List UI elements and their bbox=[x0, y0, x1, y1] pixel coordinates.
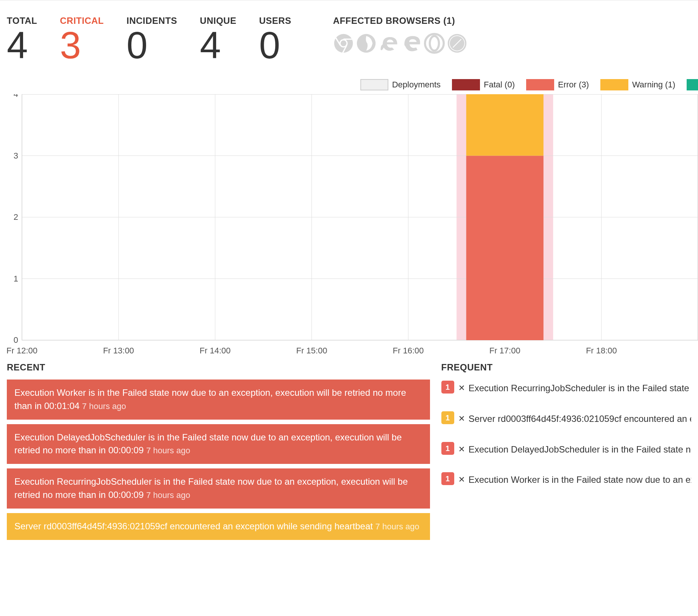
frequent-item[interactable]: 1× Execution Worker is in the Failed sta… bbox=[441, 471, 691, 488]
legend-label: Warning (1) bbox=[632, 80, 675, 90]
frequent-item[interactable]: 1× Server rd0003ff64d45f:4936:021059cf e… bbox=[441, 410, 691, 427]
recent-item-text: Execution RecurringJobScheduler is in th… bbox=[14, 476, 408, 500]
swatch-icon bbox=[687, 79, 698, 90]
lists-section: RECENT Execution Worker is in the Failed… bbox=[0, 355, 698, 551]
bar-chart[interactable]: 01234Fr 12:00Fr 13:00Fr 14:00Fr 15:00Fr … bbox=[7, 94, 698, 340]
svg-text:1: 1 bbox=[14, 274, 18, 283]
count-badge: 1 bbox=[441, 472, 454, 485]
swatch-icon bbox=[526, 79, 554, 90]
frequent-item-text: × Execution Worker is in the Failed stat… bbox=[458, 471, 691, 488]
affected-browsers: AFFECTED BROWSERS (1) bbox=[333, 16, 467, 54]
firefox-icon[interactable] bbox=[356, 33, 377, 54]
count-badge: 1 bbox=[441, 442, 454, 455]
svg-text:Fr 14:00: Fr 14:00 bbox=[199, 346, 231, 355]
times-icon: × bbox=[459, 443, 468, 455]
metric-incidents[interactable]: INCIDENTS 0 bbox=[126, 16, 177, 64]
recent-item-text: Execution DelayedJobScheduler is in the … bbox=[14, 432, 402, 456]
frequent-item-text: × Execution DelayedJobScheduler is in th… bbox=[458, 441, 691, 458]
svg-text:3: 3 bbox=[14, 151, 18, 160]
frequent-item[interactable]: 1× Execution DelayedJobScheduler is in t… bbox=[441, 441, 691, 458]
metric-value: 0 bbox=[126, 26, 177, 64]
svg-text:Fr 18:00: Fr 18:00 bbox=[586, 346, 617, 355]
recent-item-ago: 7 hours ago bbox=[146, 446, 190, 455]
legend-fatal[interactable]: Fatal (0) bbox=[452, 79, 515, 90]
svg-text:Fr 12:00: Fr 12:00 bbox=[7, 346, 37, 355]
recent-item-ago: 7 hours ago bbox=[146, 490, 190, 500]
frequent-item-text: × Server rd0003ff64d45f:4936:021059cf en… bbox=[458, 410, 691, 427]
recent-item[interactable]: Execution Worker is in the Failed state … bbox=[7, 380, 430, 420]
times-icon: × bbox=[459, 412, 468, 424]
legend-deployments[interactable]: Deployments bbox=[360, 79, 441, 90]
legend-error[interactable]: Error (3) bbox=[526, 79, 589, 90]
svg-text:Fr 15:00: Fr 15:00 bbox=[296, 346, 327, 355]
edge-icon[interactable] bbox=[401, 33, 422, 54]
legend-label: Fatal (0) bbox=[484, 80, 515, 90]
recent-item[interactable]: Execution RecurringJobScheduler is in th… bbox=[7, 468, 430, 509]
frequent-item[interactable]: 1× Execution RecurringJobScheduler is in… bbox=[441, 380, 691, 397]
swatch-icon bbox=[360, 79, 388, 90]
recent-item-ago: 7 hours ago bbox=[82, 401, 126, 411]
chrome-icon[interactable] bbox=[333, 33, 354, 54]
swatch-icon bbox=[600, 79, 628, 90]
metric-value: 4 bbox=[200, 26, 236, 64]
safari-icon[interactable] bbox=[447, 33, 467, 54]
svg-rect-37 bbox=[466, 94, 544, 156]
svg-point-2 bbox=[340, 40, 346, 46]
legend-info[interactable] bbox=[687, 79, 698, 90]
svg-rect-36 bbox=[466, 156, 544, 341]
legend-label: Deployments bbox=[392, 80, 441, 90]
recent-item-text: Execution Worker is in the Failed state … bbox=[14, 387, 406, 411]
svg-point-5 bbox=[430, 36, 439, 51]
metric-critical[interactable]: CRITICAL 3 bbox=[60, 16, 104, 64]
frequent-column: FREQUENT 1× Execution RecurringJobSchedu… bbox=[441, 362, 691, 544]
ie-icon[interactable] bbox=[379, 33, 399, 54]
metric-users[interactable]: USERS 0 bbox=[259, 16, 291, 64]
count-badge: 1 bbox=[441, 411, 454, 424]
count-badge: 1 bbox=[441, 381, 454, 394]
metric-value: 4 bbox=[7, 26, 37, 64]
recent-column: RECENT Execution Worker is in the Failed… bbox=[7, 362, 430, 544]
svg-text:4: 4 bbox=[14, 94, 18, 99]
frequent-item-message: Server rd0003ff64d45f:4936:021059cf enco… bbox=[469, 414, 691, 424]
svg-text:2: 2 bbox=[14, 212, 18, 222]
chart-legend: Deployments Fatal (0) Error (3) Warning … bbox=[7, 79, 698, 90]
times-icon: × bbox=[459, 473, 468, 485]
frequent-item-message: Execution DelayedJobScheduler is in the … bbox=[469, 444, 691, 454]
recent-item[interactable]: Server rd0003ff64d45f:4936:021059cf enco… bbox=[7, 513, 430, 540]
svg-text:Fr 13:00: Fr 13:00 bbox=[103, 346, 134, 355]
times-icon: × bbox=[459, 382, 468, 394]
recent-item[interactable]: Execution DelayedJobScheduler is in the … bbox=[7, 424, 430, 464]
metric-value: 0 bbox=[259, 26, 291, 64]
swatch-icon bbox=[452, 79, 480, 90]
svg-text:Fr 17:00: Fr 17:00 bbox=[489, 346, 520, 355]
svg-text:0: 0 bbox=[14, 335, 18, 345]
frequent-item-message: Execution Worker is in the Failed state … bbox=[469, 474, 691, 485]
frequent-item-message: Execution RecurringJobScheduler is in th… bbox=[469, 383, 691, 393]
metric-unique[interactable]: UNIQUE 4 bbox=[200, 16, 236, 64]
recent-item-text: Server rd0003ff64d45f:4936:021059cf enco… bbox=[14, 521, 375, 531]
header-metrics: TOTAL 4 CRITICAL 3 INCIDENTS 0 UNIQUE 4 … bbox=[0, 0, 698, 64]
legend-label: Error (3) bbox=[558, 80, 589, 90]
legend-warning[interactable]: Warning (1) bbox=[600, 79, 675, 90]
recent-item-ago: 7 hours ago bbox=[375, 522, 419, 531]
chart-area: Deployments Fatal (0) Error (3) Warning … bbox=[0, 79, 698, 340]
svg-text:Fr 16:00: Fr 16:00 bbox=[393, 346, 424, 355]
metric-value: 3 bbox=[60, 26, 104, 64]
opera-icon[interactable] bbox=[424, 33, 445, 54]
frequent-item-text: × Execution RecurringJobScheduler is in … bbox=[458, 380, 691, 397]
metric-total[interactable]: TOTAL 4 bbox=[7, 16, 37, 64]
browsers-label: AFFECTED BROWSERS (1) bbox=[333, 16, 467, 26]
